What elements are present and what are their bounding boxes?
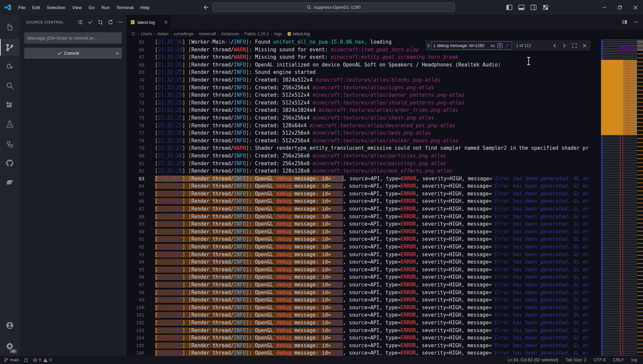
commit-button[interactable]: Commit [24, 48, 122, 59]
activity-testing[interactable] [0, 116, 19, 133]
compare-changes-icon[interactable] [98, 19, 103, 25]
view-as-list-icon[interactable] [78, 19, 83, 25]
log-line[interactable]: 104[21:32:36] [Render thread/INFO]: Open… [127, 334, 643, 342]
activity-explorer[interactable] [0, 19, 19, 36]
whole-word-toggle[interactable]: W [497, 43, 503, 48]
log-line[interactable]: 102[21:32:36] [Render thread/INFO]: Open… [127, 319, 643, 327]
menu-view[interactable]: View [69, 3, 85, 12]
log-line[interactable]: 67[21:32:24] [Render thread/WARN]: Missi… [127, 53, 643, 61]
activity-settings[interactable]: AD [0, 338, 19, 355]
log-line[interactable]: 72[21:32:25] [Render thread/INFO]: Creat… [127, 91, 643, 99]
breadcrumb-segment[interactable]: Instances [221, 32, 240, 36]
scrollbar-slider[interactable] [637, 40, 643, 51]
find-collapse-toggle[interactable] [425, 40, 431, 51]
log-line[interactable]: 82[21:32:28] [Render thread/INFO]: Creat… [127, 167, 643, 175]
branch-indicator[interactable]: main [4, 358, 19, 362]
log-line[interactable]: 96[21:32:36] [Render thread/INFO]: OpenG… [127, 273, 643, 281]
log-line[interactable]: 92[21:32:36] [Render thread/INFO]: OpenG… [127, 243, 643, 251]
tab-close-icon[interactable] [164, 20, 168, 24]
find-in-selection-icon[interactable] [572, 43, 577, 48]
log-line[interactable]: 88[21:32:36] [Render thread/INFO]: OpenG… [127, 213, 643, 221]
log-line[interactable]: 105[21:32:36] [Render thread/INFO]: Open… [127, 342, 643, 350]
log-line[interactable]: 87[21:32:36] [Render thread/INFO]: OpenG… [127, 205, 643, 213]
log-line[interactable]: 103[21:32:36] [Render thread/INFO]: Open… [127, 327, 643, 334]
minimize-button[interactable] [597, 0, 612, 15]
close-find-icon[interactable] [583, 44, 587, 48]
menu-run[interactable]: Run [98, 3, 113, 12]
log-line[interactable]: 94[21:32:36] [Render thread/INFO]: OpenG… [127, 258, 643, 266]
log-line[interactable]: 70[21:32:25] [Render thread/INFO]: Creat… [127, 76, 643, 84]
more-actions-icon[interactable] [118, 19, 123, 25]
log-line[interactable]: 85[21:32:36] [Render thread/INFO]: OpenG… [127, 190, 643, 198]
log-line[interactable]: 73[21:32:25] [Render thread/INFO]: Creat… [127, 99, 643, 107]
breadcrumb-file[interactable]: latest.log [287, 32, 310, 36]
log-line[interactable]: 75[21:32:25] [Render thread/INFO]: Creat… [127, 114, 643, 122]
log-line[interactable]: 83[21:32:36] [Render thread/INFO]: OpenG… [127, 175, 643, 183]
log-line[interactable]: 93[21:32:36] [Render thread/INFO]: OpenG… [127, 251, 643, 259]
activity-gradle[interactable] [0, 174, 19, 191]
menu-go[interactable]: Go [85, 3, 98, 12]
close-window-button[interactable] [628, 0, 643, 15]
log-line[interactable]: 74[21:32:25] [Render thread/INFO]: Creat… [127, 106, 643, 114]
commit-button-main[interactable]: Commit [24, 51, 112, 56]
toggle-panel-icon[interactable] [518, 4, 525, 11]
problems-indicator[interactable]: 0 0 [33, 358, 52, 362]
match-case-toggle[interactable]: Aa [489, 42, 496, 49]
customize-layout-icon[interactable] [542, 4, 549, 11]
log-line[interactable]: 68[21:32:25] [Render thread/INFO]: OpenA… [127, 61, 643, 69]
toggle-sidebar-icon[interactable] [506, 4, 513, 11]
activity-run-debug[interactable] [0, 58, 19, 75]
toggle-secondary-sidebar-icon[interactable] [530, 4, 537, 11]
log-line[interactable]: 100[21:32:36] [Render thread/INFO]: Open… [127, 304, 643, 312]
activity-github[interactable] [0, 155, 19, 172]
log-line[interactable]: 106[21:32:36] [Render thread/INFO]: Open… [127, 349, 643, 356]
activity-search[interactable] [0, 77, 19, 94]
activity-extensions[interactable] [0, 97, 19, 114]
breadcrumb-segment[interactable]: curseforge [174, 32, 194, 36]
log-line[interactable]: 99[21:32:36] [Render thread/INFO]: OpenG… [127, 296, 643, 304]
log-line[interactable]: 89[21:32:36] [Render thread/INFO]: OpenG… [127, 220, 643, 228]
previous-match-icon[interactable] [553, 44, 557, 48]
log-line[interactable]: 71[21:32:25] [Render thread/INFO]: Creat… [127, 84, 643, 92]
split-editor-icon[interactable] [621, 19, 628, 25]
log-line[interactable]: 80[21:32:28] [Render thread/INFO]: Creat… [127, 152, 643, 160]
menu-help[interactable]: Help [137, 3, 153, 12]
activity-accounts[interactable] [0, 317, 19, 334]
commit-message-input[interactable]: Message (Ctrl+Enter to commit on... [24, 32, 122, 44]
status-eol-sequence[interactable]: CRLF [613, 358, 624, 362]
log-line[interactable]: 90[21:32:36] [Render thread/INFO]: OpenG… [127, 228, 643, 236]
activity-source-control[interactable] [0, 39, 19, 56]
back-arrow-icon[interactable] [203, 4, 209, 11]
log-line[interactable]: 86[21:32:36] [Render thread/INFO]: OpenG… [127, 197, 643, 205]
find-input[interactable]: L debug message: id=1280 Aa W .* [431, 41, 512, 50]
menu-terminal[interactable]: Terminal [113, 3, 137, 12]
log-line[interactable]: 78[21:32:25] [Render thread/INFO]: Creat… [127, 137, 643, 145]
log-line[interactable]: 84[21:32:36] [Render thread/INFO]: OpenG… [127, 182, 643, 190]
refresh-icon[interactable] [108, 19, 113, 25]
log-line[interactable]: 81[21:32:28] [Render thread/INFO]: Creat… [127, 160, 643, 168]
restore-button[interactable] [612, 0, 628, 15]
menu-file[interactable]: File [15, 3, 29, 12]
menu-edit[interactable]: Edit [29, 3, 43, 12]
sync-changes-button[interactable] [24, 358, 28, 362]
log-line[interactable]: 101[21:32:36] [Render thread/INFO]: Open… [127, 311, 643, 319]
breadcrumb-segment[interactable]: Adam [158, 32, 169, 36]
log-line[interactable]: 95[21:32:36] [Render thread/INFO]: OpenG… [127, 266, 643, 274]
breadcrumb-segment[interactable]: minecraft [199, 32, 216, 36]
status-tab-size[interactable]: Tab Size: 2 [565, 358, 586, 362]
next-match-icon[interactable] [562, 44, 566, 48]
vertical-scrollbar[interactable] [637, 38, 643, 356]
breadcrumb-segment[interactable]: C: [132, 32, 136, 36]
status-encoding[interactable]: UTF-8 [594, 358, 605, 362]
tab-latest-log[interactable]: latest.log [127, 15, 171, 30]
editor-content[interactable]: 65[21:32:16] [Worker-Main-3/INFO]: Found… [127, 38, 643, 356]
command-center-search[interactable]: suppress-OpenGL-1280 [212, 2, 455, 12]
breadcrumb-segment[interactable]: Fabric 1.20.1 [245, 32, 269, 36]
log-line[interactable]: 69[21:32:25] [Render thread/INFO]: Sound… [127, 69, 643, 76]
commit-dropdown[interactable] [112, 48, 122, 59]
minimap[interactable] [601, 38, 637, 356]
status-cursor-position[interactable]: Ln 83, Col 63 (62 selected) [508, 358, 558, 362]
activity-references[interactable] [0, 136, 19, 153]
regex-toggle[interactable]: .* [504, 42, 510, 49]
log-line[interactable]: 77[21:32:25] [Render thread/INFO]: Creat… [127, 129, 643, 137]
